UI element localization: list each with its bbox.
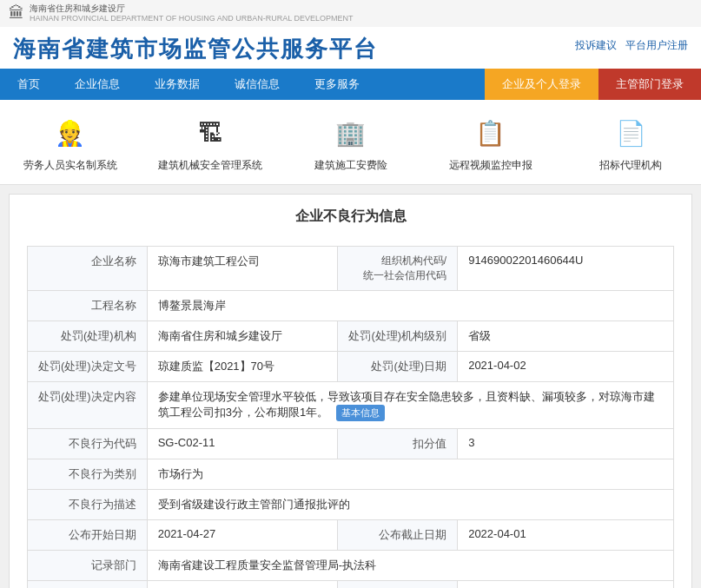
main-content: 企业不良行为信息 企业名称 琼海市建筑工程公司 组织机构代码/ 统一社会信用代码… [9, 194, 692, 588]
record-dept-value: 海南省建设工程质量安全监督管理局-执法科 [147, 550, 673, 580]
site-title: 海南省建筑市场监管公共服务平台 [13, 34, 378, 64]
tooltip-badge[interactable]: 基本信息 [336, 405, 385, 421]
labor-icon: 👷 [50, 113, 91, 155]
penalty-org-value: 海南省住房和城乡建设厅 [147, 320, 338, 351]
deduct-label: 扣分值 [338, 428, 458, 459]
bad-type-label: 不良行为类别 [28, 459, 148, 489]
penalty-doc-value: 琼建质监【2021】70号 [147, 351, 338, 381]
bad-code-label: 不良行为代码 [28, 428, 148, 459]
penalty-org-level-label: 处罚(处理)机构级别 [338, 320, 458, 351]
gov-name-cn: 海南省住房和城乡建设厅 [30, 3, 353, 14]
icon-row: 👷 劳务人员实名制系统 🏗 建筑机械安全管理系统 🏢 建筑施工安费险 📋 远程视… [0, 100, 701, 185]
register-link[interactable]: 平台用户注册 [625, 38, 688, 53]
labor-label: 劳务人员实名制系统 [23, 158, 117, 173]
icon-machinery[interactable]: 🏗 建筑机械安全管理系统 [140, 109, 280, 177]
icon-insurance[interactable]: 🏢 建筑施工安费险 [281, 109, 420, 177]
table-row: 记录部门 海南省建设工程质量安全监督管理局-执法科 [28, 550, 674, 580]
pub-end-label: 公布截止日期 [338, 519, 458, 550]
nav-enterprise-login[interactable]: 企业及个人登录 [485, 69, 598, 100]
penalty-org-label: 处罚(处理)机构 [28, 320, 148, 351]
site-header: 海南省建筑市场监管公共服务平台 投诉建议 平台用户注册 [0, 27, 701, 69]
penalty-date-value: 2021-04-02 [458, 351, 674, 381]
nav-more[interactable]: 更多服务 [297, 69, 377, 100]
complaint-link[interactable]: 投诉建议 [575, 38, 617, 53]
nav-home[interactable]: 首页 [0, 69, 57, 100]
district-value [458, 580, 674, 588]
table-row: 公布开始日期 2021-04-27 公布截止日期 2022-04-01 [28, 519, 674, 550]
gov-logo-icon: 🏛 [9, 4, 24, 23]
bad-desc-label: 不良行为描述 [28, 489, 148, 519]
occurrence-city-value: 琼海市 [147, 580, 338, 588]
bidding-icon: 📄 [610, 113, 651, 155]
project-name-value: 博鳌景晨海岸 [147, 290, 673, 320]
main-nav: 首页 企业信息 业务数据 诚信信息 更多服务 企业及个人登录 主管部门登录 [0, 69, 701, 100]
table-row: 企业名称 琼海市建筑工程公司 组织机构代码/ 统一社会信用代码 91469002… [28, 246, 674, 290]
occurrence-city-label: 发生地所在市县 [28, 580, 148, 588]
insurance-icon: 🏢 [330, 113, 372, 155]
company-label: 企业名称 [28, 246, 148, 290]
video-icon: 📋 [470, 113, 512, 155]
nav-admin-login[interactable]: 主管部门登录 [598, 69, 701, 100]
table-row: 不良行为描述 受到省级建设行政主管部门通报批评的 [28, 489, 674, 519]
penalty-org-level-value: 省级 [458, 320, 674, 351]
video-label: 远程视频监控申报 [449, 158, 532, 173]
info-table: 企业名称 琼海市建筑工程公司 组织机构代码/ 统一社会信用代码 91469002… [27, 246, 674, 588]
gov-name-en: HAINAN PROVINCIAL DEPARTMENT OF HOUSING … [30, 14, 353, 24]
header-links: 投诉建议 平台用户注册 [575, 34, 688, 53]
insurance-label: 建筑施工安费险 [314, 158, 387, 173]
pub-end-value: 2022-04-01 [458, 519, 674, 550]
penalty-content-label: 处罚(处理)决定内容 [28, 381, 148, 428]
gov-banner: 🏛 海南省住房和城乡建设厅 HAINAN PROVINCIAL DEPARTME… [0, 0, 701, 27]
project-name-label: 工程名称 [28, 290, 148, 320]
bad-code-value: SG-C02-11 [147, 428, 338, 459]
section-title: 企业不良行为信息 [27, 208, 674, 233]
pub-start-label: 公布开始日期 [28, 519, 148, 550]
record-dept-label: 记录部门 [28, 550, 148, 580]
org-code-label: 组织机构代码/ 统一社会信用代码 [338, 246, 458, 290]
deduct-value: 3 [458, 428, 674, 459]
district-label: 所属区 [338, 580, 458, 588]
icon-bidding[interactable]: 📄 招标代理机构 [561, 109, 701, 177]
penalty-doc-label: 处罚(处理)决定文号 [28, 351, 148, 381]
table-row: 不良行为代码 SG-C02-11 扣分值 3 [28, 428, 674, 459]
pub-start-value: 2021-04-27 [147, 519, 338, 550]
icon-video[interactable]: 📋 远程视频监控申报 [420, 109, 560, 177]
table-row: 发生地所在市县 琼海市 所属区 [28, 580, 674, 588]
nav-company[interactable]: 企业信息 [57, 69, 137, 100]
nav-business[interactable]: 业务数据 [137, 69, 217, 100]
bad-desc-value: 受到省级建设行政主管部门通报批评的 [147, 489, 673, 519]
machinery-icon: 🏗 [189, 113, 231, 155]
table-row: 工程名称 博鳌景晨海岸 [28, 290, 674, 320]
nav-credit[interactable]: 诚信信息 [217, 69, 297, 100]
machinery-label: 建筑机械安全管理系统 [158, 158, 262, 173]
table-row: 处罚(处理)机构 海南省住房和城乡建设厅 处罚(处理)机构级别 省级 [28, 320, 674, 351]
table-row: 不良行为类别 市场行为 [28, 459, 674, 489]
table-row: 处罚(处理)决定内容 参建单位现场安全管理水平较低，导致该项目存在安全隐患较多，… [28, 381, 674, 428]
table-row: 处罚(处理)决定文号 琼建质监【2021】70号 处罚(处理)日期 2021-0… [28, 351, 674, 381]
icon-labor[interactable]: 👷 劳务人员实名制系统 [0, 109, 140, 177]
penalty-date-label: 处罚(处理)日期 [338, 351, 458, 381]
org-code-value: 91469002201460644U [458, 246, 674, 290]
penalty-content-value: 参建单位现场安全管理水平较低，导致该项目存在安全隐患较多，且资料缺、漏项较多，对… [147, 381, 673, 428]
bidding-label: 招标代理机构 [599, 158, 662, 173]
bad-type-value: 市场行为 [147, 459, 673, 489]
company-value: 琼海市建筑工程公司 [147, 246, 338, 290]
